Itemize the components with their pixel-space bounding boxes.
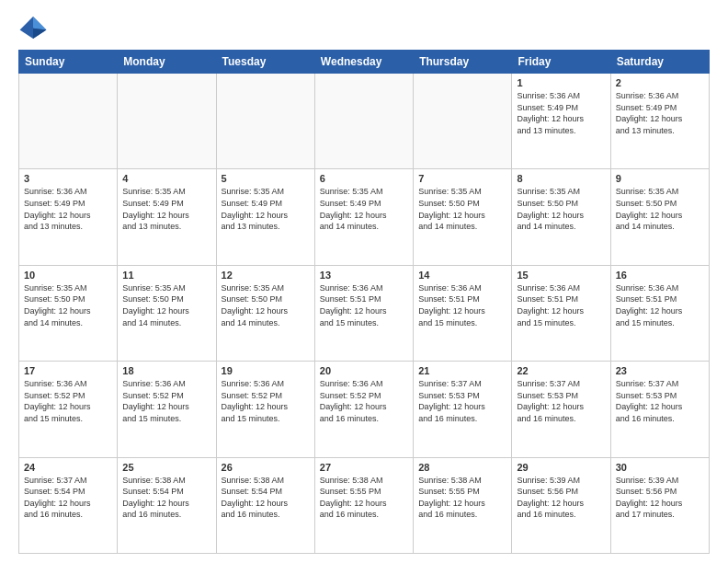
calendar-cell: 26Sunrise: 5:38 AM Sunset: 5:54 PM Dayli… — [216, 457, 314, 553]
calendar-cell — [19, 74, 118, 169]
day-info: Sunrise: 5:36 AM Sunset: 5:51 PM Dayligh… — [418, 282, 506, 328]
day-number: 1 — [517, 77, 605, 88]
day-info: Sunrise: 5:38 AM Sunset: 5:55 PM Dayligh… — [418, 475, 506, 521]
day-info: Sunrise: 5:35 AM Sunset: 5:49 PM Dayligh… — [122, 186, 210, 232]
calendar-cell: 5Sunrise: 5:35 AM Sunset: 5:49 PM Daylig… — [216, 169, 314, 265]
svg-marker-2 — [33, 29, 46, 39]
day-info: Sunrise: 5:36 AM Sunset: 5:52 PM Dayligh… — [222, 378, 310, 424]
day-info: Sunrise: 5:38 AM Sunset: 5:54 PM Dayligh… — [122, 475, 210, 521]
day-number: 14 — [418, 270, 506, 281]
day-number: 18 — [122, 365, 210, 376]
week-row-5: 24Sunrise: 5:37 AM Sunset: 5:54 PM Dayli… — [19, 457, 710, 553]
day-info: Sunrise: 5:35 AM Sunset: 5:49 PM Dayligh… — [222, 186, 310, 232]
logo — [18, 15, 51, 40]
calendar-cell: 25Sunrise: 5:38 AM Sunset: 5:54 PM Dayli… — [118, 457, 216, 553]
day-info: Sunrise: 5:35 AM Sunset: 5:49 PM Dayligh… — [320, 186, 408, 232]
day-number: 9 — [616, 173, 704, 184]
calendar-cell: 1Sunrise: 5:36 AM Sunset: 5:49 PM Daylig… — [512, 74, 610, 169]
day-number: 22 — [517, 365, 605, 376]
calendar-cell: 15Sunrise: 5:36 AM Sunset: 5:51 PM Dayli… — [512, 265, 610, 361]
day-info: Sunrise: 5:35 AM Sunset: 5:50 PM Dayligh… — [517, 186, 605, 232]
calendar-cell: 29Sunrise: 5:39 AM Sunset: 5:56 PM Dayli… — [512, 457, 610, 553]
calendar-cell — [414, 74, 512, 169]
calendar-cell: 11Sunrise: 5:35 AM Sunset: 5:50 PM Dayli… — [118, 265, 216, 361]
day-number: 21 — [418, 365, 506, 376]
day-info: Sunrise: 5:36 AM Sunset: 5:51 PM Dayligh… — [517, 282, 605, 328]
day-info: Sunrise: 5:38 AM Sunset: 5:54 PM Dayligh… — [222, 475, 310, 521]
calendar-cell: 17Sunrise: 5:36 AM Sunset: 5:52 PM Dayli… — [19, 362, 118, 457]
day-info: Sunrise: 5:39 AM Sunset: 5:56 PM Dayligh… — [616, 475, 704, 521]
day-number: 23 — [616, 365, 704, 376]
calendar-cell: 21Sunrise: 5:37 AM Sunset: 5:53 PM Dayli… — [414, 362, 512, 457]
calendar-cell: 22Sunrise: 5:37 AM Sunset: 5:53 PM Dayli… — [512, 362, 610, 457]
calendar-cell: 6Sunrise: 5:35 AM Sunset: 5:49 PM Daylig… — [314, 169, 413, 265]
day-info: Sunrise: 5:37 AM Sunset: 5:53 PM Dayligh… — [418, 378, 506, 424]
calendar-cell — [216, 74, 314, 169]
calendar-cell — [314, 74, 413, 169]
day-info: Sunrise: 5:36 AM Sunset: 5:51 PM Dayligh… — [320, 282, 408, 328]
calendar-cell: 23Sunrise: 5:37 AM Sunset: 5:53 PM Dayli… — [610, 362, 709, 457]
day-info: Sunrise: 5:37 AM Sunset: 5:53 PM Dayligh… — [517, 378, 605, 424]
day-number: 27 — [320, 462, 408, 473]
weekday-header-wednesday: Wednesday — [314, 51, 413, 74]
day-info: Sunrise: 5:38 AM Sunset: 5:55 PM Dayligh… — [320, 475, 408, 521]
week-row-1: 1Sunrise: 5:36 AM Sunset: 5:49 PM Daylig… — [19, 74, 710, 169]
day-info: Sunrise: 5:35 AM Sunset: 5:50 PM Dayligh… — [24, 282, 112, 328]
weekday-header-saturday: Saturday — [610, 51, 709, 74]
day-number: 20 — [320, 365, 408, 376]
day-number: 8 — [517, 173, 605, 184]
day-number: 19 — [222, 365, 310, 376]
day-number: 16 — [616, 270, 704, 281]
day-number: 30 — [616, 462, 704, 473]
weekday-header-tuesday: Tuesday — [216, 51, 314, 74]
calendar-cell: 27Sunrise: 5:38 AM Sunset: 5:55 PM Dayli… — [314, 457, 413, 553]
day-info: Sunrise: 5:35 AM Sunset: 5:50 PM Dayligh… — [418, 186, 506, 232]
day-number: 4 — [122, 173, 210, 184]
calendar-cell: 12Sunrise: 5:35 AM Sunset: 5:50 PM Dayli… — [216, 265, 314, 361]
day-number: 5 — [222, 173, 310, 184]
day-info: Sunrise: 5:39 AM Sunset: 5:56 PM Dayligh… — [517, 475, 605, 521]
weekday-header-row: SundayMondayTuesdayWednesdayThursdayFrid… — [19, 51, 710, 74]
day-number: 7 — [418, 173, 506, 184]
header — [18, 15, 710, 40]
logo-icon — [18, 15, 48, 40]
day-number: 11 — [122, 270, 210, 281]
calendar-cell: 19Sunrise: 5:36 AM Sunset: 5:52 PM Dayli… — [216, 362, 314, 457]
page: SundayMondayTuesdayWednesdayThursdayFrid… — [0, 0, 728, 563]
day-number: 2 — [616, 77, 704, 88]
day-number: 17 — [24, 365, 112, 376]
day-info: Sunrise: 5:35 AM Sunset: 5:50 PM Dayligh… — [616, 186, 704, 232]
week-row-4: 17Sunrise: 5:36 AM Sunset: 5:52 PM Dayli… — [19, 362, 710, 457]
calendar-cell: 2Sunrise: 5:36 AM Sunset: 5:49 PM Daylig… — [610, 74, 709, 169]
calendar-cell: 28Sunrise: 5:38 AM Sunset: 5:55 PM Dayli… — [414, 457, 512, 553]
calendar-cell: 18Sunrise: 5:36 AM Sunset: 5:52 PM Dayli… — [118, 362, 216, 457]
weekday-header-thursday: Thursday — [414, 51, 512, 74]
day-number: 28 — [418, 462, 506, 473]
day-info: Sunrise: 5:36 AM Sunset: 5:51 PM Dayligh… — [616, 282, 704, 328]
day-info: Sunrise: 5:36 AM Sunset: 5:49 PM Dayligh… — [24, 186, 112, 232]
week-row-3: 10Sunrise: 5:35 AM Sunset: 5:50 PM Dayli… — [19, 265, 710, 361]
day-number: 25 — [122, 462, 210, 473]
day-number: 3 — [24, 173, 112, 184]
day-info: Sunrise: 5:35 AM Sunset: 5:50 PM Dayligh… — [222, 282, 310, 328]
day-number: 12 — [222, 270, 310, 281]
week-row-2: 3Sunrise: 5:36 AM Sunset: 5:49 PM Daylig… — [19, 169, 710, 265]
calendar-cell: 13Sunrise: 5:36 AM Sunset: 5:51 PM Dayli… — [314, 265, 413, 361]
day-info: Sunrise: 5:36 AM Sunset: 5:49 PM Dayligh… — [517, 90, 605, 136]
calendar: SundayMondayTuesdayWednesdayThursdayFrid… — [18, 50, 710, 554]
day-info: Sunrise: 5:36 AM Sunset: 5:49 PM Dayligh… — [616, 90, 704, 136]
day-number: 10 — [24, 270, 112, 281]
day-number: 26 — [222, 462, 310, 473]
day-info: Sunrise: 5:36 AM Sunset: 5:52 PM Dayligh… — [24, 378, 112, 424]
calendar-cell: 4Sunrise: 5:35 AM Sunset: 5:49 PM Daylig… — [118, 169, 216, 265]
weekday-header-friday: Friday — [512, 51, 610, 74]
calendar-cell: 7Sunrise: 5:35 AM Sunset: 5:50 PM Daylig… — [414, 169, 512, 265]
weekday-header-sunday: Sunday — [19, 51, 118, 74]
calendar-cell: 9Sunrise: 5:35 AM Sunset: 5:50 PM Daylig… — [610, 169, 709, 265]
calendar-cell: 14Sunrise: 5:36 AM Sunset: 5:51 PM Dayli… — [414, 265, 512, 361]
day-info: Sunrise: 5:36 AM Sunset: 5:52 PM Dayligh… — [320, 378, 408, 424]
calendar-cell: 8Sunrise: 5:35 AM Sunset: 5:50 PM Daylig… — [512, 169, 610, 265]
weekday-header-monday: Monday — [118, 51, 216, 74]
calendar-cell: 16Sunrise: 5:36 AM Sunset: 5:51 PM Dayli… — [610, 265, 709, 361]
calendar-cell — [118, 74, 216, 169]
